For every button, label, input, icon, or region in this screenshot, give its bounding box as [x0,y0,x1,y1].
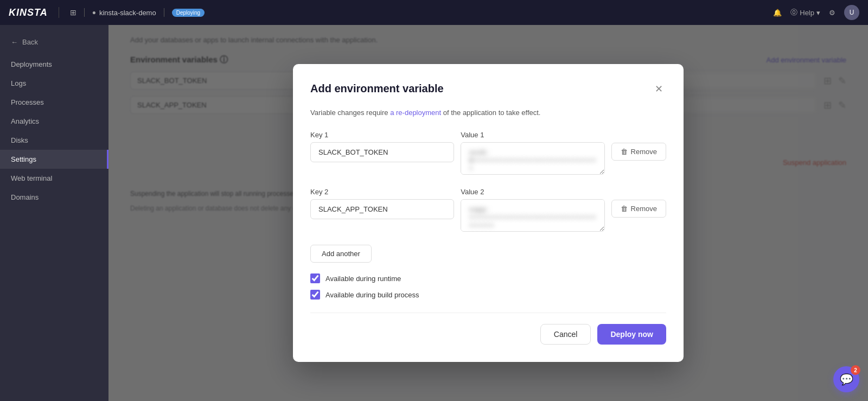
env-key2-group: Key 2 [310,188,454,219]
checkbox-build-row: Available during build process [310,290,666,300]
value1-textarea[interactable]: xoxb-0•••••••••••••••••••••••••••••• [461,142,604,175]
nav-avatar[interactable]: U [844,5,859,20]
cancel-button[interactable]: Cancel [540,324,591,345]
nav-app-name: ● kinsta-slack-demo [92,9,156,17]
trash-icon-2: 🗑 [621,205,628,213]
deploy-now-button[interactable]: Deploy now [597,324,666,345]
env-form-row-1: Key 1 Value 1 xoxb-0••••••••••••••••••••… [310,131,666,177]
main-content: Add your databases or apps to launch int… [108,25,868,401]
modal-title: Add environment variable [310,82,444,95]
chat-bubble-button[interactable]: 💬 2 [833,366,859,392]
checkbox-build[interactable] [310,290,320,300]
remove-btn-1[interactable]: 🗑 Remove [611,143,666,161]
top-nav: KINSTA ⊞ ● kinsta-slack-demo Deploying 🔔… [0,0,868,25]
sidebar-item-logs[interactable]: Logs [0,74,108,93]
sidebar-item-domains[interactable]: Domains [0,188,108,207]
nav-help-icon: ⓪ [790,8,797,17]
chat-icon: 💬 [840,373,853,386]
redeployment-link[interactable]: a re-deployment [390,109,441,117]
nav-logo: KINSTA [9,7,48,18]
modal-overlay: Add environment variable ✕ Variable chan… [108,25,868,401]
sidebar-item-settings[interactable]: Settings [0,150,108,169]
nav-grid-icon[interactable]: ⊞ [70,8,76,17]
modal: Add environment variable ✕ Variable chan… [293,64,684,362]
sidebar-item-processes[interactable]: Processes [0,93,108,112]
sidebar-item-analytics[interactable]: Analytics [0,112,108,131]
value1-label: Value 1 [461,131,604,139]
key2-input[interactable] [310,199,454,219]
env-value1-group: Value 1 xoxb-0••••••••••••••••••••••••••… [461,131,604,177]
close-icon: ✕ [655,83,663,95]
sidebar: ← Back Deployments Logs Processes Analyt… [0,25,108,401]
key1-input[interactable] [310,142,454,162]
nav-status-badge: Deploying [172,9,205,17]
nav-bell-button[interactable]: 🔔 [773,9,782,17]
checkbox-runtime-row: Available during runtime [310,273,666,283]
modal-notice: Variable changes require a re-deployment… [310,107,666,118]
add-another-button[interactable]: Add another [310,245,372,263]
main-layout: ← Back Deployments Logs Processes Analyt… [0,25,868,401]
sidebar-item-disks[interactable]: Disks [0,131,108,150]
back-arrow-icon: ← [11,38,18,46]
checkbox-runtime-label: Available during runtime [326,275,401,283]
env-form-row-2: Key 2 Value 2 xapp-•••••••••••••••••••••… [310,188,666,234]
modal-header: Add environment variable ✕ [310,81,666,97]
nav-divider-3 [164,8,164,17]
nav-app-icon: ● [92,9,96,16]
sidebar-item-deployments[interactable]: Deployments [0,55,108,74]
modal-close-button[interactable]: ✕ [651,81,666,97]
env-value2-group: Value 2 xapp-•••••••••••••••••••••••••••… [461,188,604,234]
env-key1-group: Key 1 [310,131,454,162]
nav-divider [59,7,59,18]
key2-label: Key 2 [310,188,454,196]
trash-icon-1: 🗑 [621,148,628,156]
sidebar-back-button[interactable]: ← Back [0,34,108,55]
checkbox-build-label: Available during build process [326,291,419,299]
nav-right: 🔔 ⓪ Help ▾ ⚙ U [773,5,859,20]
nav-center: ⊞ ● kinsta-slack-demo Deploying [70,8,763,17]
sidebar-item-web-terminal[interactable]: Web terminal [0,169,108,188]
nav-divider-2 [84,8,85,17]
value2-textarea[interactable]: xapp-•••••••••••••••••••••••••••••••••••… [461,199,604,232]
value2-label: Value 2 [461,188,604,196]
key1-label: Key 1 [310,131,454,139]
modal-footer: Cancel Deploy now [310,313,666,345]
nav-help-button[interactable]: ⓪ Help ▾ [790,8,820,17]
nav-settings-icon[interactable]: ⚙ [829,9,835,17]
nav-help-chevron: ▾ [816,9,820,17]
checkbox-runtime[interactable] [310,273,320,283]
remove-btn-2[interactable]: 🗑 Remove [611,200,666,218]
chat-badge: 2 [851,365,860,375]
